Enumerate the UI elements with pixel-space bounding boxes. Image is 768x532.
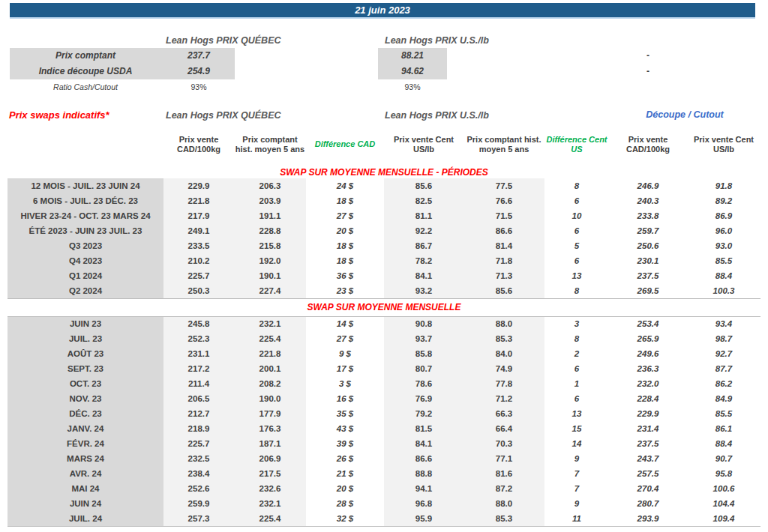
table-row: JUIN 23245.8232.114 $90.888.03253.493.4 <box>8 316 760 331</box>
qc-prix-vente-cell: 221.8 <box>164 193 234 208</box>
us-hist-cell: 88.0 <box>464 496 544 511</box>
us-hist-cell: 77.5 <box>464 178 544 193</box>
qc-difference-cell: 14 $ <box>306 316 384 331</box>
qc-difference-cell: 39 $ <box>306 436 384 451</box>
qc-prix-vente-cell: 212.7 <box>164 406 234 421</box>
swaps-cutout-group-header: Découpe / Cutout <box>609 109 760 120</box>
cutout-us-cell: 96.0 <box>687 223 760 238</box>
qc-prix-vente-cell: 249.1 <box>164 223 234 238</box>
qc-hist-cell: 206.9 <box>234 451 306 466</box>
cutout-cad-cell: 269.5 <box>609 283 687 298</box>
us-difference-cell: 6 <box>544 391 609 406</box>
cutout-cad-cell: 270.4 <box>609 481 687 496</box>
table-row: HIVER 23-24 - OCT. 23 MARS 24217.9191.12… <box>8 208 760 223</box>
summary-row-label: Prix comptant <box>10 48 161 64</box>
us-difference-cell: 7 <box>544 466 609 481</box>
cutout-us-cell: 89.2 <box>687 193 760 208</box>
period-cell: AVR. 24 <box>8 466 164 481</box>
qc-hist-cell: 200.1 <box>234 361 306 376</box>
qc-difference-cell: 3 $ <box>306 376 384 391</box>
us-prix-vente-cell: 79.2 <box>384 406 464 421</box>
us-prix-vente-cell: 76.9 <box>384 391 464 406</box>
qc-difference-cell: 32 $ <box>306 511 384 526</box>
us-difference-cell: 10 <box>544 208 609 223</box>
qc-difference-cell: 18 $ <box>306 253 384 268</box>
qc-hist-cell: 232.1 <box>234 496 306 511</box>
cutout-us-cell: 93.4 <box>687 316 760 331</box>
us-prix-vente-cell: 90.8 <box>384 316 464 331</box>
qc-difference-cell: 17 $ <box>306 361 384 376</box>
summary-quebec-header: Lean Hogs PRIX QUÉBEC <box>166 35 281 46</box>
qc-prix-vente-cell: 245.8 <box>164 316 234 331</box>
us-difference-cell: 11 <box>544 511 609 526</box>
summary-cutout-value: - <box>610 48 686 64</box>
us-hist-cell: 77.1 <box>464 451 544 466</box>
qc-difference-cell: 23 $ <box>306 283 384 298</box>
cutout-cad-cell: 231.4 <box>609 421 687 436</box>
us-prix-vente-cell: 88.8 <box>384 466 464 481</box>
us-difference-cell: 7 <box>544 481 609 496</box>
cutout-us-cell: 86.2 <box>687 376 760 391</box>
qc-hist-cell: 176.3 <box>234 421 306 436</box>
qc-difference-cell: 16 $ <box>306 391 384 406</box>
period-cell: MAI 24 <box>8 481 164 496</box>
us-hist-cell: 76.6 <box>464 193 544 208</box>
swaps-table-body: SWAP SUR MOYENNE MENSUELLE - PÉRIODES12 … <box>8 166 760 526</box>
section-title: SWAP SUR MOYENNE MENSUELLE - PÉRIODES <box>8 166 760 178</box>
us-difference-cell: 6 <box>544 223 609 238</box>
column-header-us-hist: Prix comptant hist. moyen 5 ans <box>464 135 544 154</box>
qc-difference-cell: 27 $ <box>306 208 384 223</box>
qc-difference-cell: 35 $ <box>306 406 384 421</box>
qc-hist-cell: 215.8 <box>234 238 306 253</box>
qc-difference-cell: 20 $ <box>306 223 384 238</box>
swaps-table: SWAP SUR MOYENNE MENSUELLE - PÉRIODES12 … <box>8 166 760 527</box>
qc-prix-vente-cell: 225.7 <box>164 268 234 283</box>
us-difference-cell: 2 <box>544 346 609 361</box>
cutout-cad-cell: 249.6 <box>609 346 687 361</box>
qc-prix-vente-cell: 217.2 <box>164 361 234 376</box>
swaps-indicative-label: Prix swaps indicatifs* <box>9 109 110 121</box>
column-header-qc-difference: Différence CAD <box>306 139 384 149</box>
cutout-cad-cell: 257.5 <box>609 466 687 481</box>
cutout-us-cell: 100.6 <box>687 481 760 496</box>
table-row: Q1 2024225.7190.136 $84.171.313237.588.4 <box>8 268 760 283</box>
us-prix-vente-cell: 85.6 <box>384 178 464 193</box>
cutout-cad-cell: 237.5 <box>609 268 687 283</box>
qc-hist-cell: 190.1 <box>234 268 306 283</box>
us-prix-vente-cell: 96.8 <box>384 496 464 511</box>
cutout-us-cell: 86.1 <box>687 421 760 436</box>
period-cell: JANV. 24 <box>8 421 164 436</box>
cutout-cad-cell: 265.9 <box>609 331 687 346</box>
us-difference-cell: 8 <box>544 331 609 346</box>
section-title-row: SWAP SUR MOYENNE MENSUELLE <box>8 298 760 316</box>
qc-prix-vente-cell: 259.9 <box>164 496 234 511</box>
us-difference-cell: 3 <box>544 316 609 331</box>
cutout-cad-cell: 243.7 <box>609 451 687 466</box>
table-row: AOÛT 23231.1221.89 $85.884.02249.692.7 <box>8 346 760 361</box>
us-hist-cell: 71.8 <box>464 253 544 268</box>
qc-prix-vente-cell: 211.4 <box>164 376 234 391</box>
cutout-us-cell: 93.0 <box>687 238 760 253</box>
summary-row-label: Ratio Cash/Cutout <box>10 79 161 95</box>
summary-us-value: 88.21 <box>375 48 450 64</box>
cutout-us-cell: 98.7 <box>687 331 760 346</box>
qc-prix-vente-cell: 217.9 <box>164 208 234 223</box>
period-cell: JUIN 23 <box>8 316 164 331</box>
us-hist-cell: 71.2 <box>464 391 544 406</box>
column-header-row: Prix vente CAD/100kg Prix comptant hist.… <box>8 124 760 165</box>
qc-prix-vente-cell: 231.1 <box>164 346 234 361</box>
column-header-qc-prix-vente: Prix vente CAD/100kg <box>164 135 234 154</box>
us-hist-cell: 84.0 <box>464 346 544 361</box>
period-cell: HIVER 23-24 - OCT. 23 MARS 24 <box>8 208 164 223</box>
qc-hist-cell: 227.4 <box>234 283 306 298</box>
column-header-cutout-us: Prix vente Cent US/lb <box>687 135 760 154</box>
cutout-us-cell: 91.8 <box>687 178 760 193</box>
us-hist-cell: 66.4 <box>464 421 544 436</box>
cutout-us-cell: 109.4 <box>687 511 760 526</box>
us-hist-cell: 66.3 <box>464 406 544 421</box>
table-row: JUIN 24259.9232.128 $96.888.09280.7104.4 <box>8 496 760 511</box>
qc-difference-cell: 24 $ <box>306 178 384 193</box>
qc-difference-cell: 28 $ <box>306 496 384 511</box>
cutout-cad-cell: 250.6 <box>609 238 687 253</box>
table-row: Q3 2023233.5215.818 $86.781.45250.693.0 <box>8 238 760 253</box>
